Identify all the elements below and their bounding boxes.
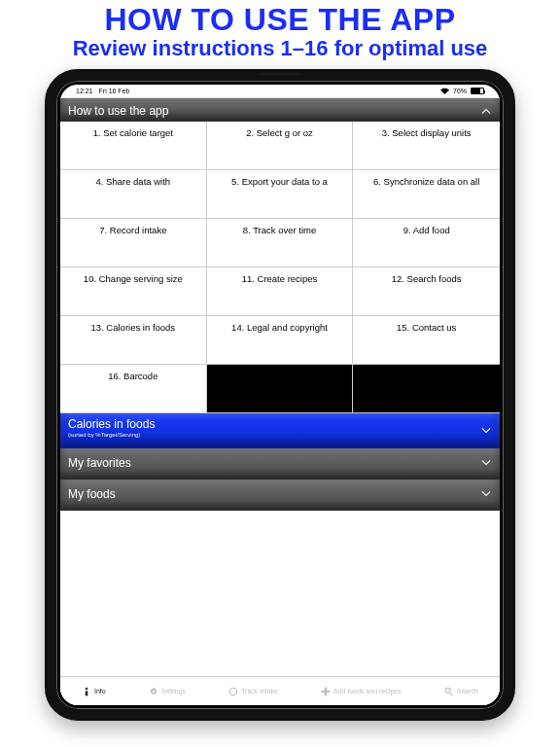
section-title: My favorites <box>68 456 131 470</box>
tab-label: Info <box>94 688 106 694</box>
camera-notch <box>258 72 302 76</box>
tab-bar: Info Settings Track intake Add foods and… <box>60 676 500 705</box>
instruction-cell-7[interactable]: 7. Record intake <box>60 219 207 267</box>
tab-label: Add foods and recipes <box>333 688 402 694</box>
instruction-cell-1[interactable]: 1. Set calorie target <box>60 122 207 170</box>
instruction-cell-5[interactable]: 5. Export your data to a <box>207 170 354 219</box>
plus-icon <box>321 687 331 696</box>
tab-label: Track intake <box>241 688 278 694</box>
tab-label: Search <box>457 688 478 694</box>
tab-info[interactable]: Info <box>82 687 106 696</box>
promo-title: HOW TO USE THE APP <box>0 2 560 38</box>
chevron-down-icon <box>480 457 492 469</box>
section-how-to-use[interactable]: How to use the app <box>60 98 500 122</box>
instruction-cell-14[interactable]: 14. Legal and copyright <box>207 316 354 365</box>
battery-icon <box>471 88 484 94</box>
svg-rect-1 <box>86 691 88 695</box>
instruction-cell-8[interactable]: 8. Track over time <box>207 219 354 267</box>
circle-icon <box>228 687 238 696</box>
empty-cell <box>353 365 500 413</box>
instruction-cell-6[interactable]: 6. Synchronize data on all <box>353 170 500 219</box>
section-my-foods[interactable]: My foods <box>60 480 500 511</box>
search-icon <box>444 687 454 696</box>
instructions-grid: 1. Set calorie target 2. Select g or oz … <box>60 122 500 413</box>
tab-settings[interactable]: Settings <box>149 687 186 696</box>
promo-subtitle: Review instructions 1–16 for optimal use <box>0 36 560 61</box>
section-title: My foods <box>68 487 116 501</box>
section-title: How to use the app <box>68 104 168 118</box>
section-calories-in-foods[interactable]: Calories in foods (sorted by %Target/Ser… <box>60 413 500 448</box>
instruction-cell-9[interactable]: 9. Add food <box>353 219 500 267</box>
chevron-down-icon <box>480 488 492 500</box>
instruction-cell-10[interactable]: 10. Change serving size <box>60 267 207 316</box>
instruction-cell-15[interactable]: 15. Contact us <box>353 316 500 365</box>
status-time: 12:21 <box>76 88 93 94</box>
battery-percent: 76% <box>453 88 467 94</box>
instruction-cell-4[interactable]: 4. Share data with <box>60 170 207 219</box>
gear-icon <box>149 687 158 696</box>
instruction-cell-2[interactable]: 2. Select g or oz <box>207 122 354 170</box>
tab-track-intake[interactable]: Track intake <box>228 687 278 696</box>
tab-add-foods[interactable]: Add foods and recipes <box>321 687 402 696</box>
tab-label: Settings <box>161 688 186 694</box>
svg-rect-0 <box>86 687 88 690</box>
svg-rect-6 <box>449 692 453 695</box>
section-title: Calories in foods <box>68 417 155 431</box>
wifi-icon <box>440 88 449 95</box>
tablet-mockup: 12:21 Fri 16 Feb 76% How to use the app … <box>45 69 515 721</box>
info-icon <box>82 687 91 696</box>
status-bar: 12:21 Fri 16 Feb 76% <box>60 85 500 98</box>
chevron-up-icon <box>480 105 492 117</box>
instruction-cell-3[interactable]: 3. Select display units <box>353 122 500 170</box>
instruction-cell-13[interactable]: 13. Calories in foods <box>60 316 207 365</box>
chevron-down-icon <box>480 425 492 437</box>
tab-search[interactable]: Search <box>444 687 478 696</box>
section-my-favorites[interactable]: My favorites <box>60 448 500 480</box>
empty-cell <box>207 365 354 413</box>
status-date: Fri 16 Feb <box>99 88 130 94</box>
svg-point-2 <box>229 688 237 695</box>
instruction-cell-11[interactable]: 11. Create recipes <box>207 267 354 316</box>
section-subtitle: (sorted by %Target/Serving) <box>68 432 492 438</box>
svg-point-5 <box>445 688 450 693</box>
svg-rect-4 <box>322 690 331 693</box>
instruction-cell-12[interactable]: 12. Search foods <box>353 267 500 316</box>
promo-banner: HOW TO USE THE APP Review instructions 1… <box>0 0 560 65</box>
instruction-cell-16[interactable]: 16. Barcode <box>60 365 207 413</box>
